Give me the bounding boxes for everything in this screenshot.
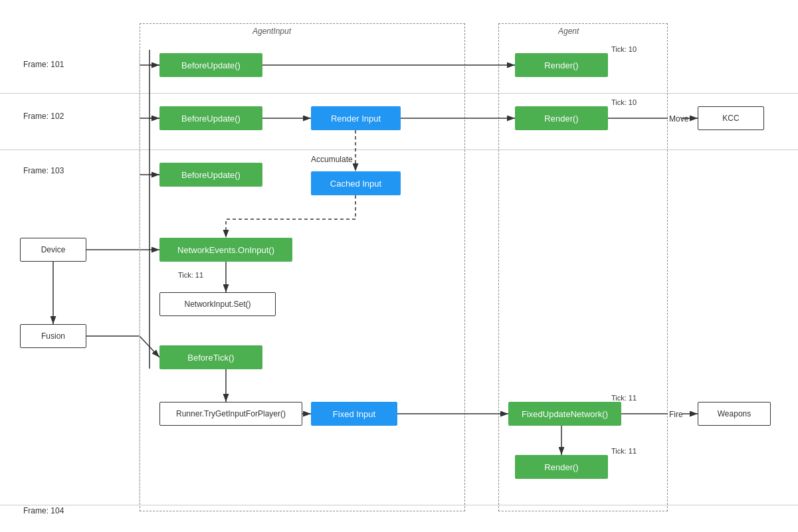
frame-102-label: Frame: 102 (23, 112, 64, 121)
separator-line-3 (0, 505, 798, 505)
agent-label: Agent (558, 27, 579, 36)
frame-101-label: Frame: 101 (23, 60, 64, 69)
fixed-update-network[interactable]: FixedUpdateNetwork() (508, 402, 621, 426)
agent-region (498, 23, 668, 511)
tick-10-1: Tick: 10 (611, 45, 637, 53)
agent-input-label: AgentInput (252, 27, 291, 36)
fusion-box[interactable]: Fusion (20, 324, 86, 348)
before-update-2[interactable]: BeforeUpdate() (159, 106, 262, 130)
agent-input-region (140, 23, 465, 511)
before-update-1[interactable]: BeforeUpdate() (159, 53, 262, 77)
cached-input[interactable]: Cached Input (311, 171, 401, 195)
device-box[interactable]: Device (20, 238, 86, 262)
render-input[interactable]: Render Input (311, 106, 401, 130)
tick-11-fixed: Tick: 11 (611, 394, 637, 402)
arrows-overlay (0, 0, 798, 532)
tick-10-2: Tick: 10 (611, 98, 637, 106)
runner-try[interactable]: Runner.TryGetInputForPlayer() (159, 402, 302, 426)
frame-103-label: Frame: 103 (23, 166, 64, 175)
fire-label: Fire (669, 410, 683, 419)
network-events[interactable]: NetworkEvents.OnInput() (159, 238, 292, 262)
frame-104-label: Frame: 104 (23, 506, 64, 515)
network-input-set[interactable]: NetworkInput.Set() (159, 292, 276, 316)
tick-11-net: Tick: 11 (178, 271, 203, 279)
svg-line-18 (140, 336, 159, 357)
weapons-box[interactable]: Weapons (698, 402, 771, 426)
separator-line-2 (0, 149, 798, 150)
before-update-3[interactable]: BeforeUpdate() (159, 163, 262, 187)
diagram-container: AgentInput Agent Frame: 101 Frame: 102 F… (0, 0, 798, 532)
tick-11-render: Tick: 11 (611, 447, 637, 455)
accumulate-label: Accumulate (311, 155, 353, 164)
separator-line-1 (0, 93, 798, 94)
render-2[interactable]: Render() (515, 106, 608, 130)
render-1[interactable]: Render() (515, 53, 608, 77)
move-label: Move (669, 114, 688, 124)
before-tick[interactable]: BeforeTick() (159, 345, 262, 369)
kcc-box[interactable]: KCC (698, 106, 764, 130)
render-3[interactable]: Render() (515, 455, 608, 479)
fixed-input[interactable]: Fixed Input (311, 402, 397, 426)
